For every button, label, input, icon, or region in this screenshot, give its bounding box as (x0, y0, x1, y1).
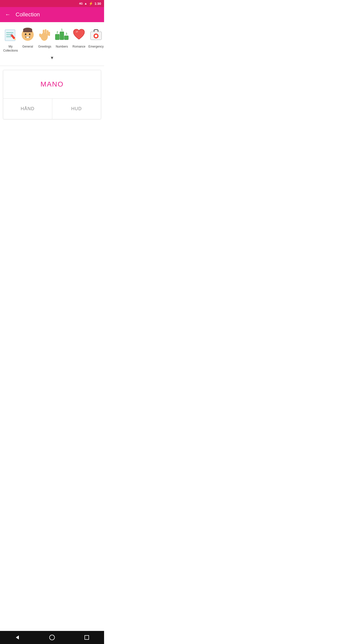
section-divider (0, 66, 104, 66)
svg-point-12 (25, 35, 26, 36)
flashcard-answer-right[interactable]: HUD (52, 99, 101, 119)
svg-rect-31 (95, 35, 97, 37)
category-item-emergency[interactable]: Emergency (87, 26, 104, 49)
general-icon (19, 26, 36, 43)
category-label-general: General (22, 45, 33, 49)
svg-rect-18 (45, 29, 47, 35)
svg-rect-14 (26, 37, 29, 38)
category-label-my-collections: My Collections (2, 45, 19, 53)
flashcard-top: MANO (3, 70, 101, 99)
numbers-icon: 2 1 3 (53, 26, 70, 43)
category-item-greetings[interactable]: Greetings (36, 26, 53, 49)
svg-rect-19 (47, 30, 49, 36)
signal-text: 4G (79, 2, 83, 5)
svg-point-11 (29, 33, 30, 35)
romance-icon (70, 26, 87, 43)
flashcard-answer-left[interactable]: HÅND (3, 99, 52, 119)
category-label-romance: Romance (72, 45, 85, 49)
category-item-general[interactable]: General (19, 26, 36, 49)
svg-rect-23 (60, 32, 64, 40)
svg-rect-21 (55, 34, 59, 40)
svg-rect-20 (49, 32, 50, 36)
status-bar: 4G ▲ ⚡ 1:30 (0, 0, 104, 7)
flashcard-section: MANO HÅND HUD (3, 70, 101, 119)
flashcard-answers: HÅND HUD (3, 99, 101, 119)
svg-rect-9 (23, 30, 32, 32)
time-display: 1:30 (95, 2, 101, 6)
svg-point-10 (25, 33, 26, 35)
flashcard-answer-left-text: HÅND (21, 106, 34, 111)
flashcard-answer-right-text: HUD (71, 106, 82, 111)
battery-icon: ⚡ (89, 2, 93, 6)
category-label-emergency: Emergency (88, 45, 104, 49)
svg-rect-25 (64, 36, 68, 40)
svg-text:2: 2 (57, 31, 58, 34)
signal-icon: ▲ (84, 2, 87, 5)
app-bar: ← Collection (0, 7, 104, 22)
category-item-my-collections[interactable]: My Collections (2, 26, 19, 53)
svg-text:3: 3 (66, 32, 67, 35)
emergency-icon (87, 26, 104, 43)
my-collections-icon (2, 26, 19, 43)
flashcard-word: MANO (40, 80, 64, 88)
back-button[interactable]: ← (4, 11, 12, 18)
chevron-down-row: ▾ (0, 53, 104, 64)
greetings-icon (36, 26, 53, 43)
category-item-numbers[interactable]: 2 1 3 Numbers (53, 26, 70, 49)
svg-rect-17 (43, 30, 44, 35)
category-row: My Collections (0, 26, 104, 53)
svg-point-13 (30, 35, 31, 36)
svg-rect-0 (5, 30, 15, 41)
app-bar-title: Collection (16, 11, 40, 18)
category-label-numbers: Numbers (56, 45, 68, 49)
category-section: My Collections (0, 22, 104, 66)
category-item-romance[interactable]: Romance (70, 26, 87, 49)
chevron-down-icon[interactable]: ▾ (51, 55, 53, 61)
category-label-greetings: Greetings (38, 45, 51, 49)
svg-text:1: 1 (61, 28, 63, 31)
